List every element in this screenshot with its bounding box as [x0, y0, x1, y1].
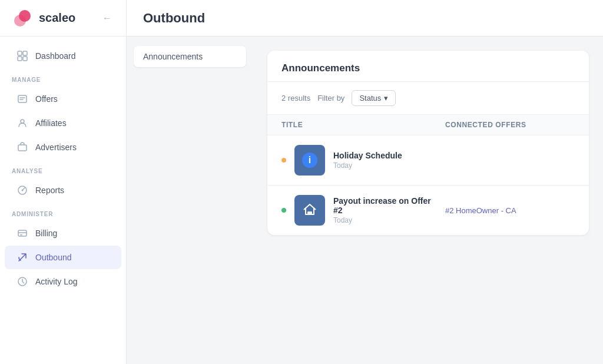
- activity-icon: [16, 276, 28, 287]
- sidebar-item-reports[interactable]: Reports: [5, 178, 121, 202]
- back-button[interactable]: ←: [100, 11, 114, 26]
- svg-rect-11: [18, 230, 26, 236]
- advertisers-icon: [16, 141, 28, 153]
- results-count: 2 results: [281, 94, 310, 102]
- filter-row: 2 results Filter by Status ▾: [267, 82, 589, 115]
- sidebar: scaleo ← Dashboard MANAGE Offers Affilia…: [0, 0, 127, 364]
- announcements-card: Announcements 2 results Filter by Status…: [267, 51, 589, 235]
- svg-rect-4: [18, 57, 22, 61]
- status-filter-label: Status: [359, 94, 381, 102]
- affiliates-label: Affiliates: [35, 118, 67, 128]
- filter-label: Filter by: [317, 94, 344, 102]
- col-title-header: Title: [281, 121, 445, 129]
- analyse-section-label: ANALYSE: [0, 160, 126, 178]
- administer-section-label: ADMINISTER: [0, 203, 126, 221]
- svg-rect-2: [18, 51, 22, 55]
- svg-point-7: [21, 120, 24, 123]
- announcement-info-1: Holiday Schedule Today: [333, 151, 437, 170]
- dashboard-label: Dashboard: [35, 51, 76, 61]
- announcement-date-2: Today: [333, 216, 437, 224]
- sidebar-navigation: Dashboard MANAGE Offers Affiliates Adver…: [0, 37, 126, 364]
- dashboard-icon: [16, 50, 28, 62]
- sidebar-item-affiliates[interactable]: Affiliates: [5, 111, 121, 135]
- affiliates-icon: [16, 117, 28, 129]
- svg-rect-12: [20, 234, 22, 236]
- billing-label: Billing: [35, 229, 57, 238]
- svg-rect-8: [18, 145, 26, 151]
- page-title: Outbound: [143, 11, 205, 26]
- content-area: Announcements Announcements 2 results Fi…: [127, 37, 603, 364]
- announcement-info-2: Payout increase on Offer #2 Today: [333, 196, 437, 224]
- svg-text:i: i: [309, 155, 311, 165]
- announcement-thumb-2: [294, 195, 325, 226]
- info-icon: i: [302, 152, 318, 168]
- announcement-date-1: Today: [333, 161, 437, 170]
- announcements-title: Announcements: [281, 62, 575, 74]
- sidebar-item-outbound[interactable]: Outbound: [5, 246, 121, 269]
- sidebar-logo: scaleo ←: [0, 0, 126, 37]
- reports-icon: [16, 184, 28, 196]
- right-panel: Announcements 2 results Filter by Status…: [253, 37, 603, 364]
- offers-icon: [16, 93, 28, 105]
- sidebar-item-offers[interactable]: Offers: [5, 87, 121, 111]
- brand-name: scaleo: [39, 11, 75, 25]
- activity-log-label: Activity Log: [35, 277, 78, 286]
- svg-rect-3: [23, 51, 27, 55]
- scaleo-logo-icon: [12, 8, 33, 29]
- billing-icon: [16, 227, 28, 239]
- outbound-icon: [16, 252, 28, 263]
- house-icon: [301, 201, 319, 219]
- sidebar-item-billing[interactable]: Billing: [5, 221, 121, 245]
- outbound-label: Outbound: [35, 253, 72, 262]
- manage-section-label: MANAGE: [0, 68, 126, 87]
- connected-offer-2[interactable]: #2 HomeOwner - CA: [445, 206, 575, 215]
- left-panel: Announcements: [127, 37, 253, 364]
- announcement-name-1: Holiday Schedule: [333, 151, 437, 160]
- announcement-name-2: Payout increase on Offer #2: [333, 196, 437, 215]
- chevron-down-icon: ▾: [384, 94, 388, 102]
- sidebar-item-dashboard[interactable]: Dashboard: [5, 44, 121, 68]
- table-header: Title Connected Offers: [267, 115, 589, 135]
- table-row[interactable]: i Holiday Schedule Today: [267, 135, 589, 186]
- main-content: Outbound Announcements Announcements 2 r…: [127, 0, 603, 364]
- col-offers-header: Connected Offers: [445, 121, 575, 129]
- status-filter-button[interactable]: Status ▾: [352, 90, 396, 106]
- announcements-nav-item[interactable]: Announcements: [134, 46, 246, 67]
- sidebar-item-advertisers[interactable]: Advertisers: [5, 135, 121, 159]
- announcement-thumb-1: i: [294, 145, 325, 176]
- status-dot-green: [281, 208, 286, 213]
- sidebar-item-activity-log[interactable]: Activity Log: [5, 270, 121, 293]
- table-row[interactable]: Payout increase on Offer #2 Today #2 Hom…: [267, 186, 589, 235]
- card-header: Announcements: [267, 51, 589, 82]
- offers-label: Offers: [35, 94, 58, 104]
- topbar: Outbound: [127, 0, 603, 37]
- status-dot-orange: [281, 158, 286, 163]
- svg-rect-6: [18, 95, 26, 102]
- advertisers-label: Advertisers: [35, 143, 77, 152]
- svg-point-1: [14, 15, 26, 27]
- svg-rect-5: [23, 57, 27, 61]
- reports-label: Reports: [35, 186, 64, 195]
- svg-point-10: [22, 190, 24, 191]
- svg-rect-16: [307, 211, 312, 214]
